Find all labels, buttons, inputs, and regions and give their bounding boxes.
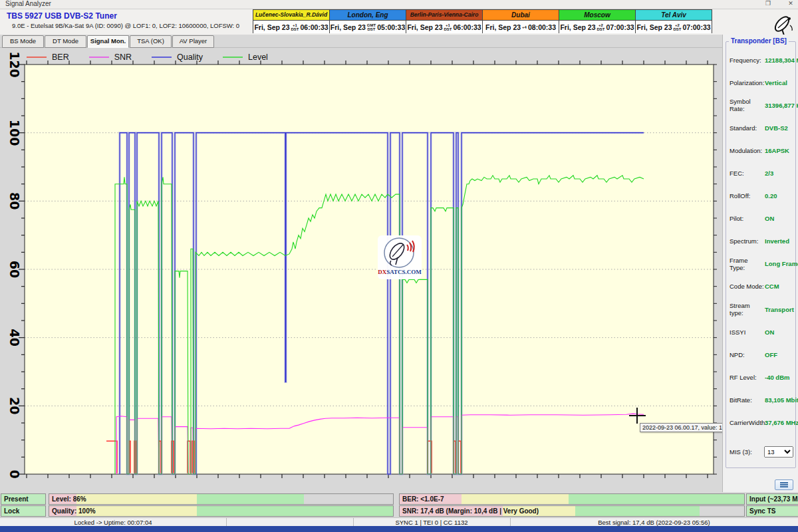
tab-dt-mode[interactable]: DT Mode (45, 35, 86, 48)
clock-tz: +4 (522, 25, 527, 29)
crosshair-cursor-vertical (636, 408, 638, 424)
gauge-label: Lock (4, 506, 19, 516)
gauge-ber: BER: <1.0E-7 (399, 493, 745, 505)
clock-city: Moscow (559, 10, 635, 21)
gauge-label: Sync TS (749, 506, 775, 516)
legend-swatch (223, 57, 243, 58)
clock-hms: 06:00:33 (454, 23, 481, 31)
signal-chart-region: 020406080100120 BERSNRQualityLevel DXSAT… (0, 48, 722, 492)
world-clocks: Lučenec-Slovakia_R.DávidFri, Sep 23+1DST… (253, 9, 712, 33)
legend-swatch (89, 57, 109, 58)
gauge-label: Level: 86% (52, 494, 86, 504)
tab-tsa-ok-[interactable]: TSA (OK) (130, 35, 172, 48)
legend-swatch (27, 57, 47, 58)
field-label: RollOff: (730, 192, 765, 200)
clock-city: Tel Aviv (636, 10, 712, 21)
field-value: 37,676 MHz (765, 419, 798, 426)
clock-date: Fri, Sep 23 (560, 23, 595, 31)
close-button[interactable]: ✕ (785, 0, 797, 7)
gauge-label: Input (~23,73 Mbps) (749, 494, 798, 504)
svg-text:60: 60 (7, 261, 22, 278)
mis-label: MIS (3): (730, 448, 764, 456)
field-label: NPD: (730, 351, 765, 358)
clock-5: Tel AvivFri, Sep 23+2DST07:00:33 (635, 9, 712, 33)
gauge-present: Present (1, 493, 46, 505)
mode-tabs: BS ModeDT ModeSignal Mon.TSA (OK)AV Play… (0, 35, 798, 48)
device-title: TBS 5927 USB DVB-S2 Tuner (7, 11, 117, 21)
stream-list-button[interactable] (775, 479, 793, 490)
clock-time: Fri, Sep 23+2DST07:00:33 (636, 21, 712, 33)
gauge-zone (569, 494, 744, 504)
clock-city: Dubai (483, 10, 559, 21)
header: TBS 5927 USB DVB-S2 Tuner 9.0E - Eutelsa… (0, 9, 798, 35)
field-standard-: Standard:DVB-S2 (726, 116, 795, 139)
field-fec-: FEC:2/3 (726, 162, 795, 184)
transponder-fields: Frequency:12188,304 MHzPolarization:Vert… (726, 42, 795, 434)
clock-hms: 06:00:33 (301, 23, 329, 31)
clock-0: Lučenec-Slovakia_R.DávidFri, Sep 23+1DST… (253, 9, 330, 33)
clock-hms: 08:00:33 (528, 23, 556, 31)
clock-date: Fri, Sep 23 (254, 23, 289, 31)
gauge-quality: Quality: 100% (49, 505, 394, 517)
clock-date: Fri, Sep 23 (331, 23, 366, 31)
field-polarization-: Polarization:Vertical (726, 71, 795, 94)
clock-date: Fri, Sep 23 (407, 23, 442, 31)
gauge-zone (462, 494, 569, 504)
field-label: Code Mode: (730, 283, 765, 290)
field-label: RF Level: (730, 374, 765, 381)
signal-chart: 020406080100120 (0, 48, 722, 492)
field-label: CarrierWidth: (730, 419, 765, 426)
field-modulation-: Modulation:16APSK (726, 139, 795, 162)
field-rf-level-: RF Level:-40 dBm (726, 366, 795, 388)
transponder-groupbox-title: Transponder [BS] (729, 37, 789, 45)
svg-text:40: 40 (7, 329, 22, 346)
clock-time: Fri, Sep 23+1DST06:00:33 (253, 21, 329, 33)
field-frequency-: Frequency:12188,304 MHz (726, 49, 795, 71)
transponder-groupbox: Transponder [BS] Frequency:12188,304 MHz… (726, 41, 796, 468)
gauge-snr: SNR: 17,4 dB (Margin: 10,4 dB | Very Goo… (399, 505, 745, 517)
legend-item-ber: BER (27, 53, 69, 62)
field-issyi: ISSYION (726, 321, 795, 343)
svg-text:100: 100 (7, 120, 22, 146)
watermark-rest: SATCS.COM (386, 269, 422, 275)
field-bitrate-: BitRate:83,105 Mbit/s (726, 388, 795, 411)
clock-time: Fri, Sep 23+408:00:33 (483, 21, 559, 33)
field-value: 0.20 (765, 192, 777, 200)
gauge-input-23-73-mbps-: Input (~23,73 Mbps) (746, 493, 798, 505)
clock-time: Fri, Sep 23+2DST07:00:33 (559, 21, 635, 33)
clock-date: Fri, Sep 23 (636, 23, 672, 31)
clock-1: London, EngFri, Sep 23GMTDST05:00:33 (329, 9, 406, 33)
svg-text:20: 20 (7, 397, 22, 414)
field-spectrum-: Spectrum:Inverted (726, 230, 795, 253)
status-bar: Locked -> Uptime: 00:07:04SYNC 1 | TEI 0… (0, 517, 798, 527)
clock-time: Fri, Sep 23+1DST06:00:33 (406, 21, 482, 33)
dxsatcs-watermark: DXSATCS.COM (378, 235, 422, 279)
clock-4: MoscowFri, Sep 23+2DST07:00:33 (559, 9, 636, 33)
field-value: 16APSK (765, 147, 789, 154)
field-label: Frame Type: (730, 257, 765, 271)
gauge-label: Quality: 100% (52, 506, 96, 516)
svg-text:80: 80 (7, 192, 22, 209)
clock-tz: +2DST (674, 23, 682, 31)
tab-av-player[interactable]: AV Player (172, 35, 214, 48)
field-value: ON (765, 215, 774, 222)
field-symbol-rate-: Symbol Rate:31396,877 KS/s (726, 94, 795, 116)
field-value: 83,105 Mbit/s (765, 396, 798, 404)
tab-bs-mode[interactable]: BS Mode (2, 35, 44, 48)
legend-label: Level (248, 53, 268, 62)
list-icon (780, 482, 788, 487)
mis-row: MIS (3): 13 (730, 446, 793, 458)
tab-signal-mon-[interactable]: Signal Mon. (87, 35, 129, 48)
clock-hms: 07:00:33 (683, 23, 711, 31)
clock-city: Lučenec-Slovakia_R.Dávid (253, 10, 329, 21)
legend-swatch (152, 57, 172, 58)
gauge-level: Level: 86% (49, 493, 394, 505)
maximize-button[interactable]: ❐ (762, 0, 774, 7)
mis-select[interactable]: 13 (764, 446, 793, 458)
field-pilot-: Pilot:ON (726, 207, 795, 230)
field-value: ON (765, 329, 774, 336)
legend-item-level: Level (223, 53, 268, 62)
field-value: -40 dBm (765, 374, 789, 381)
field-label: ISSYI (730, 329, 765, 336)
field-label: Spectrum: (730, 237, 765, 245)
